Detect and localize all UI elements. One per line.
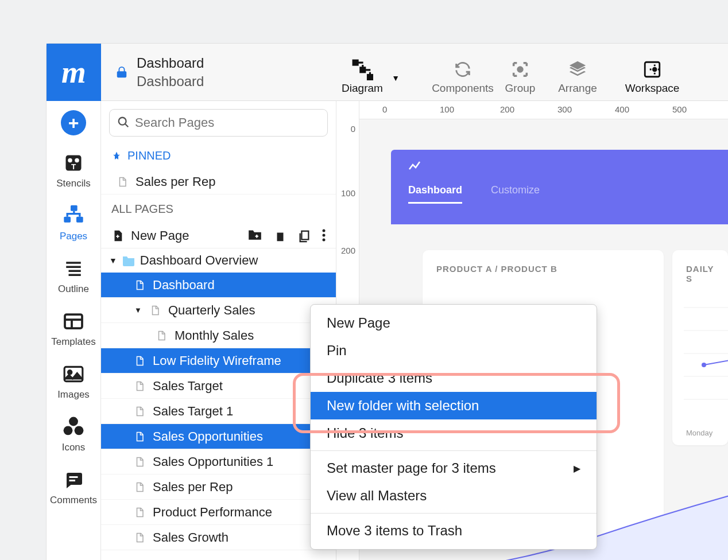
- page-item[interactable]: Sales Growth: [101, 525, 336, 550]
- mockup-tab-dashboard[interactable]: Dashboard: [408, 184, 462, 204]
- layers-icon: [568, 56, 587, 82]
- ctx-trash[interactable]: Move 3 items to Trash: [311, 517, 597, 545]
- page-item[interactable]: Sales Target: [101, 374, 336, 399]
- page-item[interactable]: Sales Opportunities 1: [101, 449, 336, 475]
- page-item[interactable]: Sales Target 1: [101, 399, 336, 424]
- folder-icon: [122, 255, 135, 266]
- svg-point-5: [652, 67, 657, 72]
- svg-point-16: [69, 417, 78, 426]
- svg-point-23: [323, 239, 326, 242]
- page-item[interactable]: Sales Opportunities: [101, 424, 336, 449]
- add-button[interactable]: +: [61, 110, 86, 135]
- all-pages-header: ALL PAGES: [101, 195, 336, 224]
- folder-dashboard-overview[interactable]: ▼ Dashboard Overview: [101, 248, 336, 273]
- chart-day-label: Monday: [686, 429, 712, 437]
- page-item[interactable]: Product Performance: [101, 500, 336, 525]
- diagram-icon: [351, 56, 373, 82]
- more-icon[interactable]: [322, 228, 326, 243]
- page-item[interactable]: Monthly Sales: [101, 323, 336, 348]
- lock-icon: [115, 65, 128, 80]
- page-item[interactable]: ▼Quarterly Sales: [101, 298, 336, 323]
- svg-rect-13: [65, 314, 82, 328]
- file-icon: [134, 481, 147, 493]
- file-icon: [150, 304, 162, 317]
- pin-icon: [111, 150, 122, 162]
- outline-icon: [64, 257, 83, 280]
- svg-point-18: [75, 426, 84, 435]
- trash-icon[interactable]: [274, 228, 286, 243]
- arrange-button[interactable]: Arrange: [549, 56, 606, 95]
- ctx-new-folder-selection[interactable]: New folder with selection: [311, 392, 597, 419]
- new-page-button[interactable]: New Page: [111, 228, 189, 243]
- svg-rect-12: [76, 217, 83, 223]
- ctx-set-master[interactable]: Set master page for 3 items ▶: [311, 454, 597, 482]
- svg-rect-10: [71, 205, 78, 211]
- mockup-header-bar: Dashboard Customize: [391, 150, 728, 224]
- file-icon: [134, 405, 147, 418]
- workspace-icon: [642, 56, 662, 82]
- card-daily-sales: DAILY S Monday: [672, 250, 728, 445]
- menu-separator: [311, 513, 597, 514]
- page-item[interactable]: Dashboard: [101, 273, 336, 298]
- svg-point-17: [64, 426, 73, 435]
- ruler-horizontal: 0 100 200 300 400 500: [359, 101, 728, 119]
- file-icon: [134, 531, 147, 544]
- ctx-pin[interactable]: Pin: [311, 337, 597, 364]
- workspace-button[interactable]: Workspace: [624, 56, 681, 95]
- diagram-button[interactable]: Diagram ▼: [331, 56, 394, 95]
- stencils-icon: T: [63, 151, 84, 174]
- svg-point-22: [323, 234, 326, 237]
- ctx-new-page[interactable]: New Page: [311, 309, 597, 337]
- chevron-down-icon: ▼: [134, 306, 142, 314]
- page-item[interactable]: Sales per Rep: [101, 475, 336, 500]
- pinned-page-item[interactable]: Sales per Rep: [101, 169, 336, 195]
- rail-pages[interactable]: Pages: [60, 201, 87, 246]
- ctx-view-masters[interactable]: View all Masters: [311, 482, 597, 510]
- doc-subtitle[interactable]: Dashboard: [137, 72, 204, 90]
- ctx-duplicate[interactable]: Duplicate 3 items: [311, 364, 597, 392]
- svg-point-3: [517, 66, 523, 72]
- svg-point-21: [323, 230, 326, 232]
- menu-separator: [311, 450, 597, 451]
- context-menu: New Page Pin Duplicate 3 items New folde…: [310, 304, 597, 550]
- icons-icon: [63, 415, 84, 438]
- svg-point-29: [702, 363, 706, 367]
- chevron-right-icon: ▶: [574, 463, 580, 474]
- group-icon: [510, 56, 530, 82]
- file-icon: [134, 506, 147, 519]
- comments-icon: [63, 468, 84, 491]
- duplicate-icon[interactable]: [298, 228, 311, 243]
- rail-stencils[interactable]: T Stencils: [56, 148, 91, 193]
- rail-comments[interactable]: Comments: [50, 465, 97, 510]
- rail-icons[interactable]: Icons: [62, 412, 86, 457]
- templates-icon: [63, 310, 84, 333]
- svg-rect-0: [353, 60, 358, 65]
- search-input[interactable]: [109, 109, 328, 137]
- svg-rect-11: [64, 217, 71, 223]
- file-icon: [134, 430, 147, 443]
- app-logo[interactable]: m: [47, 44, 101, 101]
- file-icon: [156, 329, 169, 342]
- ctx-hide[interactable]: Hide 3 items: [311, 419, 597, 447]
- dropdown-caret-icon[interactable]: ▼: [392, 73, 400, 83]
- pinned-section: PINNED: [101, 142, 336, 169]
- svg-rect-2: [368, 75, 373, 79]
- svg-point-19: [119, 118, 126, 125]
- rail-images[interactable]: Images: [57, 359, 90, 404]
- svg-text:T: T: [71, 162, 76, 171]
- page-item[interactable]: Low Fidelity Wireframe: [101, 348, 336, 374]
- rail-templates[interactable]: Templates: [51, 306, 95, 351]
- chevron-down-icon: ▼: [109, 256, 117, 265]
- doc-title[interactable]: Dashboard: [137, 54, 204, 72]
- chart-line-icon: [408, 160, 711, 172]
- new-folder-icon[interactable]: [247, 228, 262, 243]
- new-page-icon: [111, 228, 124, 243]
- file-icon: [134, 355, 147, 367]
- mockup-tab-customize[interactable]: Customize: [491, 184, 540, 204]
- file-icon: [134, 279, 147, 291]
- rail-outline[interactable]: Outline: [58, 254, 89, 298]
- group-button[interactable]: Group: [491, 56, 549, 95]
- file-icon: [117, 176, 130, 188]
- components-button[interactable]: Components: [434, 56, 491, 95]
- refresh-icon: [453, 56, 473, 82]
